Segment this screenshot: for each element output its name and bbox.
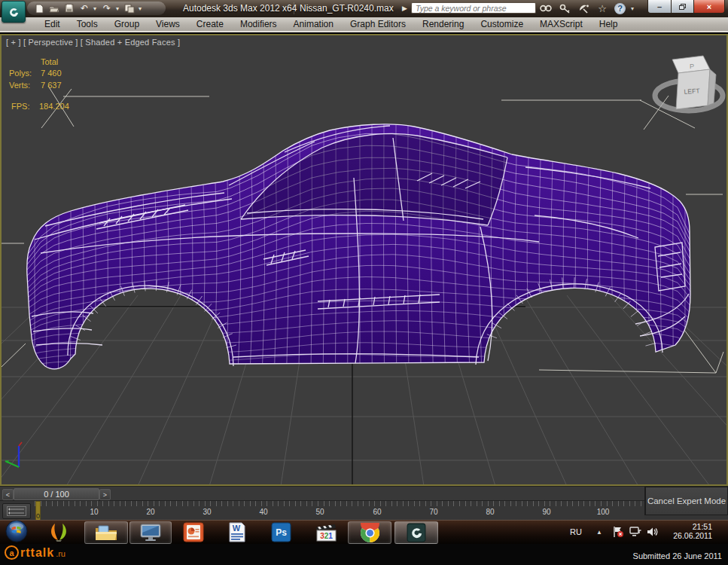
menu-maxscript[interactable]: MAXScript xyxy=(532,17,591,32)
3ds-max-icon xyxy=(407,523,426,542)
windows-explorer-button[interactable] xyxy=(84,521,128,544)
watermark-site: rttalk xyxy=(20,546,54,560)
submitted-text: Submitted 26 June 2011 xyxy=(633,551,722,560)
menu-help[interactable]: Help xyxy=(591,17,626,32)
stats-total-label: Total xyxy=(41,57,58,66)
ruler-number: 60 xyxy=(366,508,388,516)
infocenter-icons: ☆ ? ▾ xyxy=(539,2,634,15)
action-center-flag-icon[interactable] xyxy=(612,520,624,544)
mini-curve-editor-button[interactable] xyxy=(2,503,31,519)
launcher-wings-icon[interactable] xyxy=(47,521,71,542)
start-orb-icon xyxy=(5,520,29,544)
watermark-logo: a xyxy=(5,545,19,560)
menu-views[interactable]: Views xyxy=(148,17,188,32)
close-button[interactable]: × xyxy=(693,0,725,14)
watermark-tld: .ru xyxy=(56,549,65,560)
clock-date: 26.06.2011 xyxy=(666,531,712,540)
menu-animation[interactable]: Animation xyxy=(285,17,342,32)
star-icon[interactable]: ☆ xyxy=(595,2,609,14)
menu-edit[interactable]: Edit xyxy=(36,17,69,32)
app-title: Autodesk 3ds Max 2012 x64 xyxy=(183,3,297,14)
ruler-number: 20 xyxy=(139,508,162,516)
title-bar: ↶ ▾ ↷ ▾ ▾ Autodesk 3ds Max 2012 x64 Niss… xyxy=(0,0,728,17)
infocenter-arrow-icon[interactable]: ▶ xyxy=(402,5,407,12)
network-icon[interactable] xyxy=(629,520,641,544)
svg-text:LEFT: LEFT xyxy=(684,87,699,95)
viewcube[interactable]: P LEFT xyxy=(655,56,723,111)
satellite-icon[interactable] xyxy=(577,2,590,14)
ruler-ticks xyxy=(35,501,644,506)
maximize-button[interactable] xyxy=(672,0,693,14)
svg-text:P: P xyxy=(690,63,694,70)
timeline-ruler[interactable]: 10 20 30 40 50 60 70 80 90 100 0 xyxy=(35,501,644,521)
undo-icon[interactable]: ↶ xyxy=(78,3,90,14)
chrome-button[interactable] xyxy=(348,521,391,544)
redo-dropdown-icon[interactable]: ▾ xyxy=(116,5,120,12)
ruler-number: 80 xyxy=(479,508,501,516)
menu-tools[interactable]: Tools xyxy=(69,17,106,32)
document-title: Nissan_GT-R0240.max xyxy=(300,3,394,14)
curve-editor-icon xyxy=(7,506,26,516)
computer-button[interactable] xyxy=(129,521,172,544)
undo-dropdown-icon[interactable]: ▾ xyxy=(93,5,98,12)
taskbar-clock[interactable]: 21:51 26.06.2011 xyxy=(666,522,712,540)
project-toggle-icon[interactable] xyxy=(123,3,136,14)
search-input[interactable] xyxy=(411,2,536,14)
search-icon[interactable] xyxy=(539,2,553,14)
powerpoint-icon[interactable] xyxy=(181,521,206,542)
monitor-icon xyxy=(139,523,162,542)
key-icon[interactable] xyxy=(558,2,571,14)
previous-frame-button[interactable]: < xyxy=(2,489,14,500)
ruler-number: 40 xyxy=(252,508,275,516)
title-separator xyxy=(294,2,294,14)
folder-icon xyxy=(94,524,118,542)
open-file-icon[interactable] xyxy=(48,3,60,14)
save-icon[interactable] xyxy=(63,3,75,14)
perspective-viewport[interactable]: P LEFT [ + ] [ Perspective ] [ Shaded + … xyxy=(0,34,728,486)
new-file-icon[interactable] xyxy=(33,3,45,14)
start-button[interactable] xyxy=(4,521,29,542)
volume-icon[interactable] xyxy=(647,520,659,544)
menu-modifiers[interactable]: Modifiers xyxy=(232,17,285,32)
time-slider-handle[interactable]: 0 / 100 xyxy=(14,488,99,500)
svg-text:321: 321 xyxy=(320,532,333,540)
stats-polys-value: 7 460 xyxy=(41,69,62,78)
time-slider-row: < 0 / 100 > xyxy=(0,486,728,501)
viewport-canvas[interactable]: P LEFT xyxy=(2,35,726,484)
help-dropdown-icon[interactable]: ▾ xyxy=(631,5,634,12)
language-indicator[interactable]: RU xyxy=(570,520,582,544)
menu-customize[interactable]: Customize xyxy=(472,17,532,32)
menu-create[interactable]: Create xyxy=(188,17,232,32)
redo-icon[interactable]: ↷ xyxy=(101,3,113,14)
photoshop-icon[interactable]: Ps xyxy=(270,521,292,542)
3ds-max-taskbar-button[interactable] xyxy=(394,521,438,544)
media-player-classic-icon[interactable]: 321 xyxy=(313,521,339,542)
stats-verts-label: Verts: xyxy=(9,81,30,90)
stats-polys-label: Polys: xyxy=(9,69,32,78)
quick-access-toolbar: ↶ ▾ ↷ ▾ ▾ xyxy=(27,2,166,15)
svg-text:W: W xyxy=(233,524,241,533)
3ds-max-app-button[interactable] xyxy=(2,1,26,23)
cancel-expert-mode-button[interactable]: Cancel Expert Mode xyxy=(644,487,728,515)
menu-bar: Edit Tools Group Views Create Modifiers … xyxy=(0,17,728,32)
ruler-number: 50 xyxy=(309,508,331,516)
menu-group[interactable]: Group xyxy=(106,17,148,32)
word-icon[interactable]: W xyxy=(226,521,248,542)
axis-tripod-gizmo xyxy=(5,442,22,467)
help-icon[interactable]: ? xyxy=(614,3,626,14)
menu-graph-editors[interactable]: Graph Editors xyxy=(342,17,414,32)
track-bar: 10 20 30 40 50 60 70 80 90 100 0 xyxy=(0,500,728,521)
minimize-button[interactable]: – xyxy=(647,0,672,14)
project-dropdown-icon[interactable]: ▾ xyxy=(139,5,143,12)
svg-text:Ps: Ps xyxy=(276,527,287,538)
viewport-label[interactable]: [ + ] [ Perspective ] [ Shaded + Edged F… xyxy=(6,38,180,47)
menu-rendering[interactable]: Rendering xyxy=(414,17,472,32)
ruler-number: 100 xyxy=(592,508,614,516)
show-hidden-icons[interactable]: ▲ xyxy=(596,520,602,544)
current-frame-marker[interactable]: 0 xyxy=(35,501,41,521)
ruler-number: 10 xyxy=(83,508,105,516)
window-controls: – × xyxy=(647,0,725,14)
ruler-number: 90 xyxy=(535,508,558,516)
next-frame-button[interactable]: > xyxy=(99,489,111,500)
taskbar: W Ps 321 xyxy=(0,520,728,544)
